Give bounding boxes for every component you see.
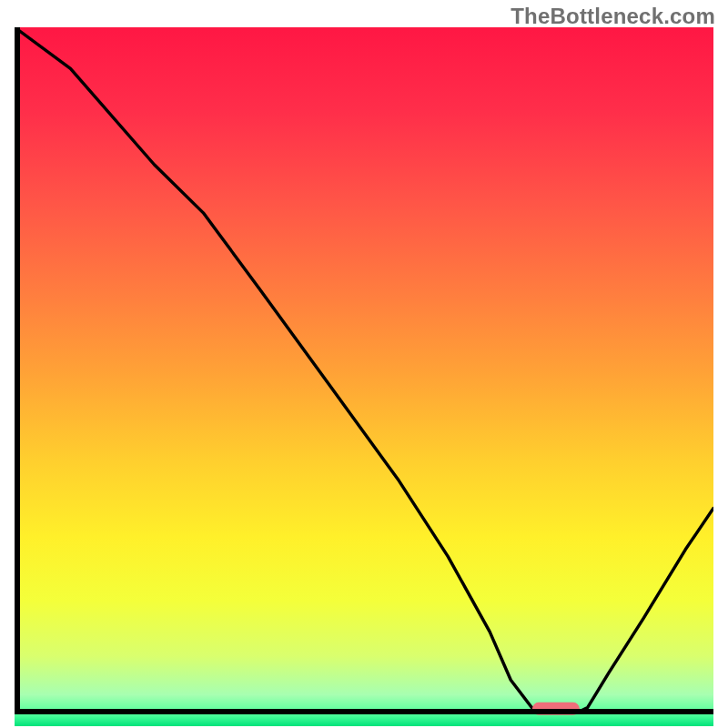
- curve-layer: [15, 27, 713, 714]
- bottleneck-curve: [15, 27, 713, 714]
- bottleneck-chart: TheBottleneck.com: [0, 0, 728, 728]
- watermark-text: TheBottleneck.com: [511, 4, 715, 29]
- optimal-zone-marker: [532, 703, 580, 715]
- plot-area: [15, 27, 713, 714]
